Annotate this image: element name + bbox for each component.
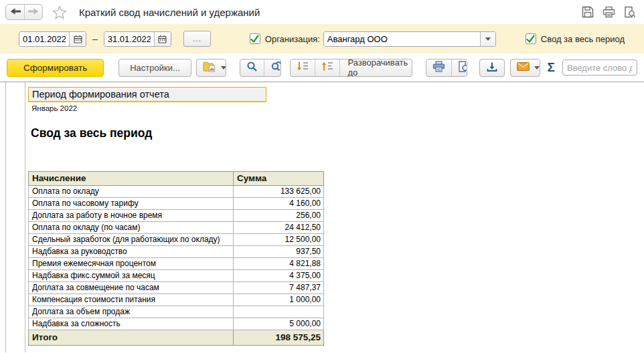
- table-row: Надбавка фикс.суммой за месяц4 375,00: [29, 270, 324, 282]
- report-toolbar: Сформировать Настройки...: [0, 53, 644, 82]
- filter-bar: – ... Организация: Свод за весь период: [0, 24, 644, 53]
- date-to-input[interactable]: [104, 32, 154, 46]
- titlebar-actions: [582, 6, 636, 18]
- print-button[interactable]: [426, 60, 451, 76]
- find-next-button[interactable]: [264, 60, 281, 76]
- cell-accrual-name: Оплата по окладу: [29, 186, 234, 198]
- date-from-calendar-icon[interactable]: [69, 32, 86, 46]
- print-icon[interactable]: [602, 6, 615, 18]
- organization-dropdown-button[interactable]: [480, 32, 495, 46]
- cell-accrual-sum: 4 375,00: [234, 270, 324, 282]
- date-from-field: [19, 31, 86, 47]
- report-variants-group: [196, 59, 227, 77]
- table-row: Оплата по часовому тарифу4 160,00: [29, 198, 324, 210]
- table-row: Оплата по окладу (по часам)24 412,50: [29, 222, 324, 234]
- generate-button[interactable]: Сформировать: [7, 59, 104, 77]
- organization-checkbox[interactable]: [250, 33, 260, 44]
- whole-period-checkbox[interactable]: [526, 33, 536, 44]
- collapse-all-button[interactable]: [315, 60, 339, 76]
- period-more-button[interactable]: ...: [183, 31, 211, 47]
- expand-down-list-icon: [297, 61, 309, 74]
- table-row: Премия ежемесячная процентом4 821,88: [29, 258, 324, 270]
- send-mail-button[interactable]: [511, 60, 540, 76]
- save-result-button[interactable]: [479, 59, 505, 77]
- report-table-body: Оплата по окладу133 625,00Оплата по часо…: [29, 186, 324, 330]
- organization-label: Организация:: [265, 34, 320, 44]
- whole-period-checkbox-group[interactable]: Свод за весь период: [526, 33, 625, 44]
- title-bar: Краткий свод начислений и удержаний: [0, 0, 644, 24]
- forward-button[interactable]: [24, 5, 42, 19]
- page-title: Краткий свод начислений и удержаний: [79, 7, 260, 18]
- organization-combobox: [323, 31, 496, 47]
- cell-accrual-name: Доплата за работу в ночное время: [29, 210, 234, 222]
- chevron-down-icon: [534, 66, 540, 72]
- cell-accrual-name: Доплата за объем продаж: [29, 306, 234, 318]
- expand-group: Разворачивать до: [290, 59, 412, 77]
- whole-period-label: Свод за весь период: [541, 34, 625, 44]
- search-icon: [246, 61, 258, 75]
- chevron-down-icon: [485, 37, 491, 43]
- back-button[interactable]: [6, 5, 24, 19]
- accruals-table: Начисление Сумма Оплата по окладу133 625…: [28, 171, 324, 346]
- cell-accrual-sum: 4 821,88: [234, 258, 324, 270]
- table-row: Оплата по окладу133 625,00: [29, 186, 324, 198]
- report-spreadsheet: Период формирования отчета Январь 2022 С…: [0, 82, 644, 352]
- table-header-row: Начисление Сумма: [29, 172, 324, 186]
- table-row: Доплата за работу в ночное время256,00: [29, 210, 324, 222]
- table-row: Надбавка за руководство937,50: [29, 246, 324, 258]
- total-sum-cell: 198 575,25: [234, 330, 324, 346]
- send-mail-group: [510, 59, 540, 77]
- cell-accrual-sum: 1 000,00: [234, 294, 324, 306]
- navigation-buttons: [5, 4, 43, 20]
- cell-accrual-sum: 256,00: [234, 210, 324, 222]
- table-row: Сдельный заработок (для работающих по ок…: [29, 234, 324, 246]
- quick-search-input[interactable]: [562, 60, 637, 76]
- envelope-icon: [517, 62, 530, 74]
- table-row: Надбавка за сложность5 000,00: [29, 318, 324, 330]
- spreadsheet-margin-column: [5, 82, 25, 352]
- cell-accrual-sum: [234, 306, 324, 318]
- save-icon[interactable]: [582, 6, 594, 18]
- printer-icon: [432, 61, 445, 75]
- favorite-star-icon[interactable]: [52, 5, 67, 19]
- cell-accrual-name: Доплата за совмещение по часам: [29, 282, 234, 294]
- settings-button[interactable]: Настройки...: [118, 59, 191, 77]
- print-preview-button[interactable]: [451, 60, 467, 76]
- date-from-input[interactable]: [19, 32, 69, 46]
- cell-accrual-sum: 133 625,00: [234, 186, 324, 198]
- collapse-up-list-icon: [321, 61, 333, 74]
- date-range-dash: –: [92, 33, 98, 44]
- report-period-caption-cell[interactable]: Период формирования отчета: [28, 87, 266, 102]
- date-to-calendar-icon[interactable]: [154, 32, 171, 46]
- cell-accrual-sum: 24 412,50: [234, 222, 324, 234]
- back-arrow-icon: [10, 6, 21, 18]
- report-title: Свод за весь период: [31, 126, 152, 140]
- table-total-row: Итого 198 575,25: [29, 330, 324, 346]
- report-period-value: Январь 2022: [31, 104, 77, 112]
- sum-sigma-button[interactable]: Σ: [548, 60, 555, 75]
- expand-to-button[interactable]: Разворачивать до: [339, 60, 412, 76]
- cell-accrual-name: Оплата по окладу (по часам): [29, 222, 234, 234]
- cell-accrual-name: Надбавка фикс.суммой за месяц: [29, 270, 234, 282]
- column-header-sum: Сумма: [234, 172, 324, 186]
- find-button[interactable]: [240, 60, 264, 76]
- table-row: Компенсация стоимости питания1 000,00: [29, 294, 324, 306]
- column-header-accrual: Начисление: [29, 172, 234, 186]
- cell-accrual-sum: 4 160,00: [234, 198, 324, 210]
- organization-input[interactable]: [324, 32, 480, 46]
- preview-icon[interactable]: [624, 6, 636, 18]
- report-variants-button[interactable]: [197, 60, 227, 76]
- download-icon: [487, 62, 497, 74]
- cell-accrual-name: Премия ежемесячная процентом: [29, 258, 234, 270]
- cell-accrual-sum: 7 487,37: [234, 282, 324, 294]
- expand-to-label: Разворачивать до: [347, 59, 408, 77]
- cell-accrual-name: Сдельный заработок (для работающих по ок…: [29, 234, 234, 246]
- print-group: [426, 59, 467, 77]
- search-next-icon: [270, 61, 281, 75]
- organization-checkbox-group[interactable]: Организация:: [250, 33, 320, 44]
- report-variant-folder-icon: [203, 61, 216, 75]
- table-row: Доплата за объем продаж: [29, 306, 324, 318]
- total-label-cell: Итого: [29, 330, 234, 346]
- expand-all-button[interactable]: [291, 60, 315, 76]
- cell-accrual-sum: 937,50: [234, 246, 324, 258]
